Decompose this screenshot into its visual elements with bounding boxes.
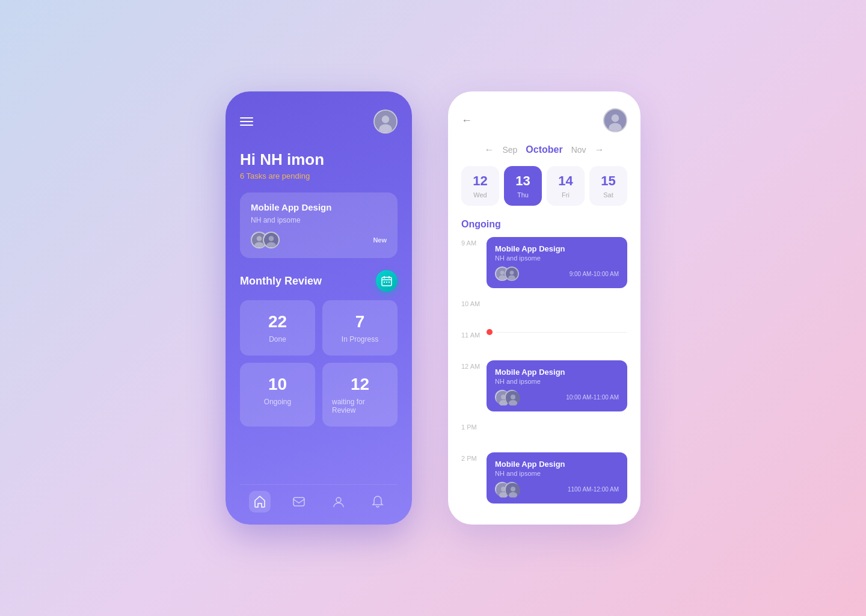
phone-left: Hi NH imon 6 Tasks are pending Mobile Ap…: [226, 91, 412, 525]
event-3-footer: 1100 AM-12:00 AM: [495, 482, 619, 496]
date-13-day: Thu: [517, 191, 529, 199]
svg-rect-14: [388, 282, 390, 283]
time-content-12am: Mobile App Design NH and ipsome 10:00 AM…: [487, 360, 627, 421]
event-1-title: Mobile App Design: [495, 244, 619, 253]
event-card-2[interactable]: Mobile App Design NH and ipsome 10:00 AM…: [487, 360, 627, 411]
time-content-11am: [487, 329, 627, 341]
task-card[interactable]: Mobile App Design NH and ipsome: [240, 192, 398, 258]
event-1-avatars: [495, 266, 519, 281]
time-label-1pm: 1 PM: [461, 421, 487, 431]
event-3-title: Mobile App Design: [495, 460, 619, 469]
svg-point-24: [510, 271, 514, 275]
event-3-time: 1100 AM-12:00 AM: [568, 486, 619, 493]
event-2-avatars: [495, 390, 519, 404]
task-card-title: Mobile App Design: [251, 202, 387, 212]
greeting-name: Hi NH imon: [240, 150, 398, 169]
date-12-day: Wed: [473, 191, 487, 199]
next-month-label: Nov: [571, 145, 586, 155]
task-badge: New: [373, 236, 387, 244]
prev-month-label: Sep: [502, 145, 517, 155]
stat-waiting-label: waiting for Review: [332, 398, 388, 414]
time-row-1pm: 1 PM: [461, 421, 627, 452]
svg-point-8: [266, 242, 275, 248]
right-phone-header: ←: [461, 108, 627, 132]
time-label-12am: 12 AM: [461, 360, 487, 370]
event-1-footer: 9:00 AM-10:00 AM: [495, 266, 619, 281]
stat-in-progress-label: In Progress: [342, 335, 378, 343]
stat-ongoing-label: Ongoing: [264, 398, 291, 406]
current-time-indicator: [487, 329, 627, 335]
timeline: 9 AM Mobile App Design NH and ipsome: [461, 237, 627, 513]
time-content-9am: Mobile App Design NH and ipsome 9:00 AM-…: [487, 237, 627, 298]
nav-home[interactable]: [249, 491, 271, 513]
task-card-assignees: NH and ipsome: [251, 216, 387, 224]
date-15-num: 15: [601, 173, 615, 189]
time-label-11am: 11 AM: [461, 329, 487, 339]
current-time-dot: [487, 329, 493, 335]
svg-rect-15: [293, 497, 304, 506]
event-1-time: 9:00 AM-10:00 AM: [570, 271, 619, 277]
svg-point-36: [511, 487, 515, 491]
svg-point-25: [508, 276, 515, 280]
time-row-11am: 11 AM: [461, 329, 627, 360]
nav-messages[interactable]: [288, 491, 310, 513]
greeting-subtitle: 6 Tasks are pending: [240, 171, 398, 180]
stat-done: 22 Done: [240, 300, 315, 356]
time-row-2pm: 2 PM Mobile App Design NH and ipsome: [461, 452, 627, 513]
prev-month-button[interactable]: ←: [484, 144, 494, 155]
svg-point-30: [511, 395, 515, 399]
svg-point-19: [609, 123, 622, 133]
svg-point-2: [379, 125, 392, 134]
avatar-2: [263, 232, 280, 248]
svg-point-21: [500, 271, 505, 275]
nav-profile[interactable]: [328, 491, 349, 513]
next-month-button[interactable]: →: [595, 144, 604, 155]
calendar-icon-btn[interactable]: [376, 270, 398, 292]
event-card-1[interactable]: Mobile App Design NH and ipsome 9:00 AM-…: [487, 237, 627, 288]
greeting-section: Hi NH imon 6 Tasks are pending: [240, 150, 398, 180]
time-content-1pm: [487, 421, 627, 427]
event-card-3[interactable]: Mobile App Design NH and ipsome 1100 AM-…: [487, 452, 627, 504]
date-14-num: 14: [558, 173, 573, 189]
bottom-nav: [240, 484, 398, 513]
stat-waiting-number: 12: [351, 375, 369, 394]
svg-point-4: [257, 236, 262, 241]
ongoing-label: Ongoing: [461, 219, 627, 230]
event-2-footer: 10:00 AM-11:00 AM: [495, 390, 619, 404]
date-12[interactable]: 12 Wed: [461, 166, 499, 206]
event-1-sub: NH and ipsome: [495, 254, 619, 262]
date-14[interactable]: 14 Fri: [547, 166, 585, 206]
event-2-title: Mobile App Design: [495, 368, 619, 377]
right-avatar[interactable]: [603, 108, 627, 132]
event-2-avatar-2: [505, 390, 519, 404]
phone-right: ← ← Sep October Nov → 12 Wed 13 Thu 14 F…: [448, 91, 640, 525]
menu-icon[interactable]: [240, 117, 253, 126]
event-1-avatar-2: [505, 266, 519, 281]
calendar-dates: 12 Wed 13 Thu 14 Fri 15 Sat: [461, 166, 627, 206]
event-3-sub: NH and ipsome: [495, 470, 619, 477]
stat-in-progress-number: 7: [355, 312, 365, 331]
current-time-line: [496, 332, 627, 333]
time-label-2pm: 2 PM: [461, 452, 487, 462]
svg-rect-13: [386, 282, 387, 283]
time-label-9am: 9 AM: [461, 237, 487, 247]
date-15[interactable]: 15 Sat: [589, 166, 627, 206]
back-button[interactable]: ←: [461, 114, 472, 127]
avatar[interactable]: [373, 109, 398, 134]
svg-point-16: [336, 497, 341, 502]
stat-ongoing-number: 10: [268, 375, 287, 394]
date-12-num: 12: [473, 173, 487, 189]
stat-waiting: 12 waiting for Review: [322, 363, 398, 427]
date-13[interactable]: 13 Thu: [504, 166, 542, 206]
left-phone-header: [240, 109, 398, 134]
month-navigation: ← Sep October Nov →: [461, 144, 627, 155]
svg-point-7: [269, 236, 274, 241]
svg-rect-10: [384, 276, 385, 279]
svg-rect-12: [384, 282, 385, 283]
stat-ongoing: 10 Ongoing: [240, 363, 315, 427]
nav-notifications[interactable]: [367, 491, 388, 513]
time-label-10am: 10 AM: [461, 298, 487, 307]
monthly-review-section: Monthly Review 22 Done 7 In: [240, 270, 398, 427]
date-13-num: 13: [515, 173, 530, 189]
svg-point-1: [382, 116, 390, 123]
